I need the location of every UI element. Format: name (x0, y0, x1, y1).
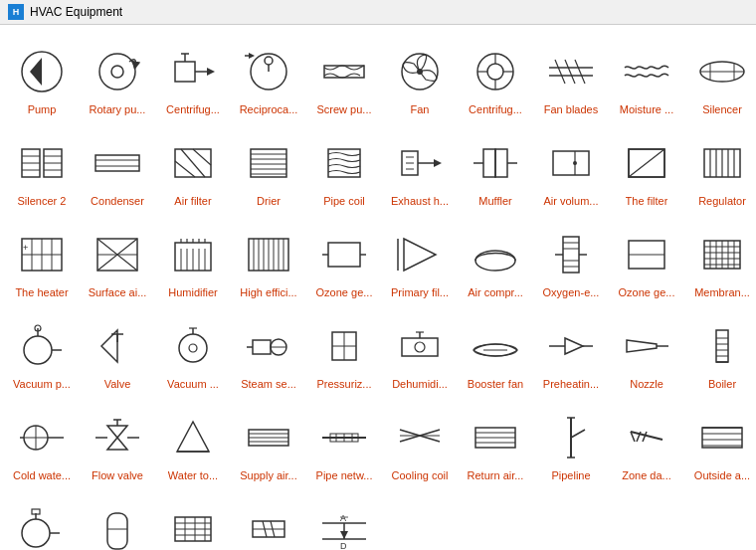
cell-cooling-coil[interactable]: Cooling coil (382, 395, 458, 486)
cell-drier[interactable]: Drier (231, 120, 306, 212)
icon-steam-se (239, 316, 298, 376)
cell-axia-fan[interactable]: Axia fan (231, 486, 306, 550)
label-oxygen-e: Oxygen-e... (543, 286, 600, 299)
cell-pipe-netw[interactable]: Pipe netw... (306, 395, 382, 486)
cell-surface-ai[interactable]: Surface ai... (80, 212, 155, 303)
svg-marker-154 (627, 340, 657, 352)
cell-pump[interactable]: Pump (4, 29, 80, 120)
label-air-volume: Air volum... (543, 195, 598, 208)
icon-the-heater: + (12, 225, 72, 284)
cell-membran[interactable]: Membran... (684, 212, 756, 303)
icon-surface-ai (88, 225, 147, 284)
cell-humidifier[interactable]: Humidifier (155, 212, 231, 303)
svg-line-191 (571, 430, 585, 438)
icon-moisture (617, 42, 676, 101)
svg-point-137 (179, 334, 207, 362)
cell-supply-air[interactable]: Supply air... (231, 395, 306, 486)
label-cold-wate: Cold wate... (13, 469, 71, 482)
label-zone-da: Zone da... (622, 469, 671, 482)
cell-fan[interactable]: Fan (382, 29, 458, 120)
icon-silencer2 (12, 133, 72, 193)
cell-outside-a[interactable]: Outside a... (684, 395, 756, 486)
icon-valve (88, 316, 147, 376)
cell-pipeline[interactable]: Pipeline (533, 395, 609, 486)
icon-zone-da (617, 408, 676, 467)
cell-reciprocating[interactable]: Reciproca... (231, 29, 306, 120)
cell-fan-blades[interactable]: Fan blades (533, 29, 609, 120)
cell-chiller[interactable]: Chiller (155, 486, 231, 550)
cell-rotary-pump[interactable]: Rotary pu... (80, 29, 155, 120)
label-high-effici: High effici... (240, 286, 296, 299)
label-rotary-pump: Rotary pu... (90, 103, 146, 116)
icon-vacuum2 (163, 316, 223, 376)
cell-preheatin[interactable]: Preheatin... (533, 303, 609, 395)
icon-oxygen-e (541, 225, 601, 284)
label-the-filter: The filter (626, 195, 668, 208)
cell-vacuum2[interactable]: Vacuum ... (155, 303, 231, 395)
cell-vacuum-p[interactable]: Vacuum p... (4, 303, 80, 395)
cell-steam-se[interactable]: Steam se... (231, 303, 306, 395)
cell-booster-fan[interactable]: Booster fan (458, 303, 533, 395)
cell-return-air[interactable]: Return air... (458, 395, 533, 486)
cell-centrifugal[interactable]: Centrifug... (155, 29, 231, 120)
cell-refrigera[interactable]: Refrigera... (80, 486, 155, 550)
cell-dehumidi[interactable]: Dehumidi... (382, 303, 458, 395)
label-the-heater: The heater (15, 286, 68, 299)
icon-pipe-coil (314, 133, 374, 193)
cell-primary-fil[interactable]: Primary fil... (382, 212, 458, 303)
icon-air-volume (541, 133, 601, 193)
icon-nozzle (617, 316, 676, 376)
svg-rect-156 (716, 330, 728, 362)
cell-exhaust-h[interactable]: Exhaust h... (382, 120, 458, 212)
cell-centrifugal2[interactable]: Centrifug... (458, 29, 533, 120)
cell-ozone-ge2[interactable]: Ozone ge... (609, 212, 684, 303)
icon-pressurizi (314, 316, 374, 376)
cell-moisture[interactable]: Moisture ... (609, 29, 684, 120)
cell-access-d[interactable]: A D Access d... (306, 486, 382, 550)
icon-flow-valve (88, 408, 147, 467)
label-surface-ai: Surface ai... (89, 286, 147, 299)
svg-point-16 (417, 69, 423, 75)
cell-valve[interactable]: Valve (80, 303, 155, 395)
svg-rect-148 (402, 338, 438, 356)
cell-boiler[interactable]: Boiler (684, 303, 756, 395)
cell-screw-pump[interactable]: Screw pu... (306, 29, 382, 120)
cell-zone-da[interactable]: Zone da... (609, 395, 684, 486)
icon-the-filter (617, 133, 676, 193)
icon-axia-fan (239, 499, 298, 550)
icon-regulator (692, 133, 752, 193)
cell-the-filter[interactable]: The filter (609, 120, 684, 212)
cell-silencer[interactable]: Silencer (684, 29, 756, 120)
cell-the-heater[interactable]: + The heater (4, 212, 80, 303)
svg-line-46 (175, 161, 195, 177)
cell-air-filter[interactable]: Air filter (155, 120, 231, 212)
icon-silencer (692, 42, 752, 101)
cell-silencer2[interactable]: Silencer 2 (4, 120, 80, 212)
icon-ozone-ge1 (314, 225, 374, 284)
cell-condenser[interactable]: Condenser (80, 120, 155, 212)
cell-cold-wate[interactable]: Cold wate... (4, 395, 80, 486)
icon-humidifier (163, 225, 223, 284)
cell-flow-valve[interactable]: Flow valve (80, 395, 155, 486)
icon-supply-air (239, 408, 298, 467)
cell-air-compr[interactable]: Air compr... (458, 212, 533, 303)
cell-regulator[interactable]: Regulator (684, 120, 756, 212)
label-nozzle: Nozzle (630, 378, 663, 391)
cell-high-effici[interactable]: High effici... (231, 212, 306, 303)
label-pipe-netw: Pipe netw... (316, 469, 373, 482)
cell-muffler[interactable]: Muffler (458, 120, 533, 212)
cell-water-to[interactable]: Water to... (155, 395, 231, 486)
cell-nozzle[interactable]: Nozzle (609, 303, 684, 395)
label-return-air: Return air... (468, 469, 524, 482)
icon-refrigera (88, 499, 147, 550)
label-vacuum2: Vacuum ... (167, 378, 219, 391)
label-pipeline: Pipeline (551, 469, 590, 482)
cell-oxygen-e[interactable]: Oxygen-e... (533, 212, 609, 303)
cell-pipe-coil[interactable]: Pipe coil (306, 120, 382, 212)
svg-rect-207 (107, 513, 127, 549)
cell-pressurizi[interactable]: Pressuriz... (306, 303, 382, 395)
cell-air-volume[interactable]: Air volum... (533, 120, 609, 212)
cell-ozone-ge1[interactable]: Ozone ge... (306, 212, 382, 303)
cell-ventilator[interactable]: Ventilator (4, 486, 80, 550)
icon-outside-a (692, 408, 752, 467)
